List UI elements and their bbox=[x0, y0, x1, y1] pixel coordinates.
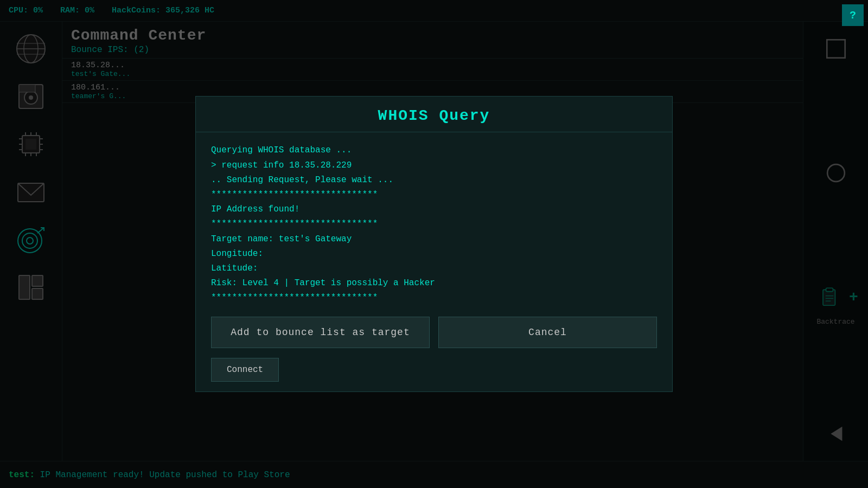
modal-line: Latitude: bbox=[211, 261, 657, 276]
modal-line: Querying WHOIS database ... bbox=[211, 143, 657, 158]
modal-line: ******************************** bbox=[211, 291, 657, 305]
modal-line: ******************************** bbox=[211, 217, 657, 232]
modal-line: IP Address found! bbox=[211, 202, 657, 217]
modal-line: .. Sending Request, Please wait ... bbox=[211, 173, 657, 188]
modal-line: Longitude: bbox=[211, 247, 657, 261]
modal-line: Risk: Level 4 | Target is possibly a Hac… bbox=[211, 276, 657, 291]
modal-line: ******************************** bbox=[211, 188, 657, 202]
modal-line: Target name: test's Gateway bbox=[211, 232, 657, 247]
add-to-bounce-button[interactable]: Add to bounce list as target bbox=[211, 317, 430, 348]
modal-title: WHOIS Query bbox=[196, 97, 672, 132]
modal-overlay: WHOIS Query Querying WHOIS database ...>… bbox=[0, 0, 868, 488]
modal-line: > request info 18.35.28.229 bbox=[211, 158, 657, 173]
modal-content: Querying WHOIS database ...> request inf… bbox=[196, 132, 672, 316]
connect-btn-area: Connect bbox=[196, 358, 672, 391]
modal-dialog: WHOIS Query Querying WHOIS database ...>… bbox=[195, 96, 673, 391]
cancel-button[interactable]: Cancel bbox=[438, 317, 657, 348]
modal-buttons: Add to bounce list as target Cancel bbox=[196, 317, 672, 358]
connect-button[interactable]: Connect bbox=[211, 358, 279, 382]
help-button[interactable]: ? bbox=[842, 4, 864, 26]
